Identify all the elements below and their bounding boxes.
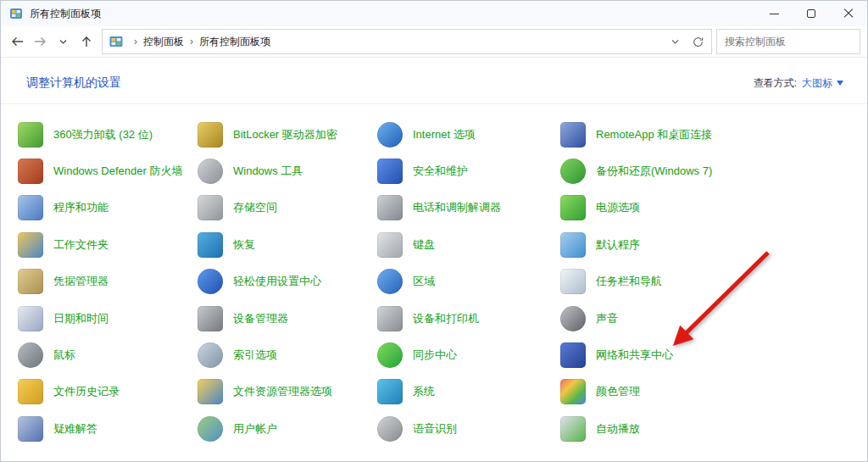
control-panel-item[interactable]: 恢复 — [198, 232, 377, 258]
back-button[interactable] — [6, 30, 29, 53]
work-folders-icon — [18, 232, 43, 258]
windows-tools-icon — [198, 159, 223, 184]
keyboard-icon — [377, 232, 403, 258]
item-label: 同步中心 — [413, 348, 457, 362]
control-panel-item[interactable]: 网络和共享中心 — [560, 342, 857, 368]
control-panel-item[interactable]: 日期和时间 — [18, 306, 198, 331]
control-panel-item[interactable]: 存储空间 — [198, 195, 377, 220]
control-panel-item[interactable]: 自动播放 — [560, 416, 857, 442]
window-controls — [755, 1, 867, 26]
search-input[interactable] — [725, 36, 856, 47]
recent-locations-button[interactable] — [52, 30, 75, 53]
control-panel-breadcrumb-icon — [109, 36, 123, 47]
control-panel-item[interactable]: 电话和调制解调器 — [377, 195, 560, 220]
power-options-icon — [560, 195, 586, 220]
item-label: 程序和功能 — [53, 201, 108, 214]
control-panel-item[interactable]: 系统 — [377, 379, 560, 404]
control-panel-item[interactable]: 区域 — [377, 269, 560, 294]
devices-printers-icon — [377, 306, 403, 331]
item-label: 颜色管理 — [596, 385, 640, 398]
file-history-icon — [18, 379, 43, 404]
maximize-button[interactable] — [793, 1, 830, 26]
address-bar[interactable]: › 控制面板 › 所有控制面板项 — [102, 29, 712, 54]
title-bar: 所有控制面板项 — [1, 1, 867, 26]
control-panel-item[interactable]: Windows 工具 — [198, 159, 377, 184]
default-programs-icon — [560, 232, 586, 258]
item-label: 文件资源管理器选项 — [233, 385, 332, 398]
item-label: 备份和还原(Windows 7) — [596, 164, 712, 178]
uninstall-360-icon — [18, 122, 43, 148]
control-panel-item[interactable]: BitLocker 驱动器加密 — [198, 122, 377, 148]
item-label: 语音识别 — [413, 422, 457, 436]
item-label: 索引选项 — [233, 348, 277, 362]
item-label: 日期和时间 — [53, 312, 108, 326]
control-panel-item[interactable]: 安全和维护 — [377, 159, 560, 184]
control-panel-item[interactable]: 程序和功能 — [18, 195, 198, 220]
item-label: 凭据管理器 — [53, 275, 108, 288]
date-time-icon — [18, 306, 43, 331]
backup-restore-icon — [560, 159, 586, 184]
view-by-label: 查看方式: — [754, 76, 797, 91]
page-title: 调整计算机的设置 — [26, 75, 121, 91]
control-panel-item[interactable]: 电源选项 — [560, 195, 857, 220]
chevron-down-icon — [58, 37, 68, 46]
phone-modem-icon — [377, 195, 403, 220]
view-by-dropdown[interactable]: 大图标 — [802, 76, 843, 91]
view-by-value: 大图标 — [802, 76, 832, 91]
control-panel-item[interactable]: 默认程序 — [560, 232, 857, 258]
control-panel-item[interactable]: 任务栏和导航 — [560, 269, 857, 294]
control-panel-item[interactable]: 语音识别 — [377, 416, 560, 442]
item-label: Internet 选项 — [413, 128, 476, 142]
close-button[interactable] — [830, 1, 867, 26]
control-panel-item[interactable]: 键盘 — [377, 232, 560, 258]
control-panel-item[interactable]: 备份和还原(Windows 7) — [560, 159, 857, 184]
minimize-button[interactable] — [755, 1, 793, 26]
mouse-icon — [18, 342, 43, 368]
control-panel-item[interactable]: 轻松使用设置中心 — [198, 269, 377, 294]
item-label: Windows 工具 — [233, 164, 303, 178]
user-accounts-icon — [198, 416, 223, 442]
sync-center-icon — [377, 342, 403, 368]
item-label: 区域 — [413, 275, 435, 288]
control-panel-item[interactable]: RemoteApp 和桌面连接 — [560, 122, 857, 148]
troubleshooting-icon — [18, 416, 43, 442]
maximize-icon — [807, 9, 815, 18]
system-icon — [377, 379, 403, 404]
breadcrumb-all-items[interactable]: 所有控制面板项 — [199, 35, 270, 49]
search-box — [716, 29, 860, 54]
forward-button[interactable] — [29, 30, 52, 53]
control-panel-item[interactable]: 索引选项 — [198, 342, 377, 368]
control-panel-item[interactable]: Internet 选项 — [377, 122, 560, 148]
control-panel-items-area: 360强力卸载 (32 位)BitLocker 驱动器加密Internet 选项… — [1, 116, 867, 448]
control-panel-item[interactable]: 360强力卸载 (32 位) — [18, 122, 198, 148]
up-arrow-icon — [80, 35, 93, 48]
address-dropdown-icon[interactable] — [670, 37, 680, 46]
breadcrumb-control-panel[interactable]: 控制面板 — [143, 35, 184, 49]
control-panel-item[interactable]: 鼠标 — [18, 342, 198, 368]
control-panel-item[interactable]: 疑难解答 — [18, 416, 198, 442]
item-label: 恢复 — [233, 238, 255, 252]
taskbar-icon — [560, 269, 586, 294]
control-panel-item[interactable]: 设备管理器 — [198, 306, 377, 331]
forward-arrow-icon — [33, 35, 47, 48]
control-panel-item[interactable]: 工作文件夹 — [18, 232, 198, 258]
item-label: 系统 — [413, 385, 435, 398]
up-button[interactable] — [75, 30, 97, 53]
control-panel-item[interactable]: 文件资源管理器选项 — [198, 379, 377, 404]
control-panel-item[interactable]: 同步中心 — [377, 342, 560, 368]
refresh-icon[interactable] — [692, 36, 704, 48]
item-label: 自动播放 — [596, 422, 640, 436]
bitlocker-icon — [198, 122, 223, 148]
control-panel-item[interactable]: 凭据管理器 — [18, 269, 198, 294]
control-panel-item[interactable]: 设备和打印机 — [377, 306, 560, 331]
page-header: 调整计算机的设置 查看方式: 大图标 — [1, 58, 867, 104]
control-panel-item[interactable]: 颜色管理 — [560, 379, 857, 404]
item-label: 工作文件夹 — [53, 238, 108, 252]
item-label: 键盘 — [413, 238, 435, 252]
control-panel-item[interactable]: Windows Defender 防火墙 — [18, 159, 198, 184]
item-label: 设备管理器 — [233, 312, 288, 326]
control-panel-item[interactable]: 声音 — [560, 306, 857, 331]
item-label: 用户帐户 — [233, 422, 277, 436]
control-panel-item[interactable]: 文件历史记录 — [18, 379, 198, 404]
control-panel-item[interactable]: 用户帐户 — [198, 416, 377, 442]
